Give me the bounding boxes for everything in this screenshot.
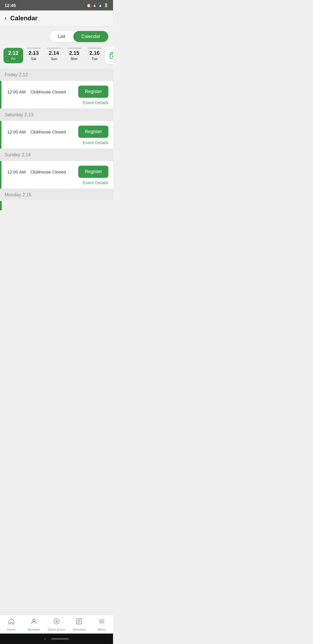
event-row-friday-1: 12:00 AM Clubhouse Closed Register <box>7 86 108 98</box>
calendar-toggle-button[interactable]: Calendar <box>73 31 108 42</box>
date-day-214: Sun <box>51 57 57 61</box>
list-toggle-button[interactable]: List <box>50 31 73 42</box>
day-section-saturday-label: Saturday 2.13 <box>5 112 34 117</box>
signal-icon: ▲ <box>98 3 102 8</box>
event-card-saturday-1: 12:00 AM Clubhouse Closed Register Event… <box>0 121 113 149</box>
date-day-215: Mon <box>71 57 77 61</box>
date-item-212[interactable]: 2.12 Fri <box>3 48 23 63</box>
date-day-216: Tue <box>92 57 97 61</box>
date-row: 2.12 Fri 2.13 Sat 2.14 Sun 2.15 Mon 2.16… <box>0 44 113 69</box>
event-info-sunday-1: 12:00 AM Clubhouse Closed <box>7 169 66 174</box>
event-time-saturday-1: 12:00 AM <box>7 129 26 134</box>
event-details-link-sunday-1[interactable]: Event Details <box>83 178 108 185</box>
register-button-saturday-1[interactable]: Register <box>78 126 108 138</box>
register-button-friday-1[interactable]: Register <box>78 86 108 98</box>
event-info-saturday-1: 12:00 AM Clubhouse Closed <box>7 129 66 134</box>
day-section-friday: Friday 2.12 <box>0 69 113 81</box>
day-section-sunday-label: Sunday 2.14 <box>5 152 31 157</box>
event-details-link-friday-1[interactable]: Event Details <box>83 98 108 105</box>
event-card-sunday-1: 12:00 AM Clubhouse Closed Register Event… <box>0 161 113 189</box>
day-section-monday: Monday 2.15 <box>0 189 113 200</box>
event-info-friday-1: 12:00 AM Clubhouse Closed <box>7 89 66 94</box>
status-bar: 12:45 ⏰ ▲ ▲ 🔋 <box>0 0 113 10</box>
view-toggle-container: List Calendar <box>0 26 113 44</box>
event-name-sunday-1: Clubhouse Closed <box>30 169 66 174</box>
monday-event-indicator <box>0 201 2 210</box>
scroll-content: List Calendar 2.12 Fri 2.13 Sat 2.14 Sun… <box>0 26 113 245</box>
back-button[interactable]: ‹ <box>5 15 7 22</box>
date-num-214: 2.14 <box>49 50 59 56</box>
status-time: 12:45 <box>5 3 16 8</box>
event-name-saturday-1: Clubhouse Closed <box>30 129 66 134</box>
page-title: Calendar <box>10 15 37 22</box>
header: ‹ Calendar <box>0 10 113 26</box>
register-button-sunday-1[interactable]: Register <box>78 166 108 178</box>
date-day-213: Sat <box>31 57 36 61</box>
date-item-215[interactable]: 2.15 Mon <box>64 48 84 63</box>
date-item-213[interactable]: 2.13 Sat <box>24 48 43 63</box>
event-time-sunday-1: 12:00 AM <box>7 169 26 174</box>
date-num-213: 2.13 <box>28 50 39 56</box>
date-num-216: 2.16 <box>89 50 99 56</box>
event-name-friday-1: Clubhouse Closed <box>30 89 66 94</box>
event-row-saturday-1: 12:00 AM Clubhouse Closed Register <box>7 126 108 138</box>
alarm-icon: ⏰ <box>86 3 91 8</box>
event-bottom-saturday-1: Event Details <box>7 138 108 145</box>
date-num-215: 2.15 <box>69 50 79 56</box>
day-section-saturday: Saturday 2.13 <box>0 109 113 121</box>
event-time-friday-1: 12:00 AM <box>7 89 26 94</box>
status-icons: ⏰ ▲ ▲ 🔋 <box>86 3 108 8</box>
event-row-sunday-1: 12:00 AM Clubhouse Closed Register <box>7 166 108 178</box>
date-item-216[interactable]: 2.16 Tue <box>85 48 104 63</box>
open-calendar-button[interactable] <box>105 47 113 64</box>
event-bottom-friday-1: Event Details <box>7 98 108 105</box>
event-bottom-sunday-1: Event Details <box>7 178 108 185</box>
day-section-monday-label: Monday 2.15 <box>5 192 32 197</box>
battery-icon: 🔋 <box>104 3 108 8</box>
event-card-friday-1: 12:00 AM Clubhouse Closed Register Event… <box>0 81 113 108</box>
date-day-212: Fri <box>11 57 15 61</box>
wifi-icon: ▲ <box>93 3 97 8</box>
date-item-214[interactable]: 2.14 Sun <box>44 48 64 63</box>
day-section-sunday: Sunday 2.14 <box>0 149 113 161</box>
svg-rect-4 <box>112 56 113 57</box>
event-details-link-saturday-1[interactable]: Event Details <box>83 138 108 145</box>
view-toggle-group: List Calendar <box>50 31 108 42</box>
day-section-friday-label: Friday 2.12 <box>5 72 28 77</box>
date-num-212: 2.12 <box>8 50 18 56</box>
